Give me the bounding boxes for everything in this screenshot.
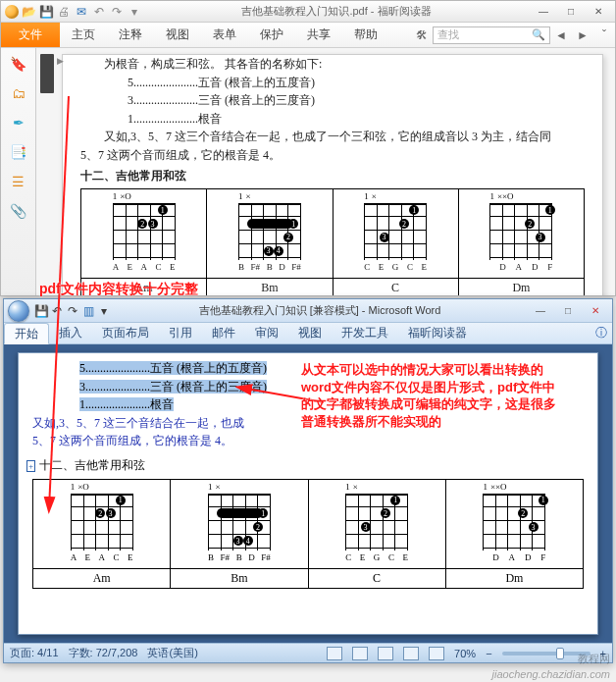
word-statusbar: 页面: 4/11 字数: 72/7,208 英语(美国) 70% − + <box>4 643 612 662</box>
watermark: 教程网 <box>578 652 610 666</box>
tab-mailings[interactable]: 邮件 <box>202 323 245 343</box>
office-orb-icon[interactable] <box>8 300 29 322</box>
selected-text[interactable]: 3......................三音 (根音上的三度音) <box>79 380 267 393</box>
signature-icon[interactable]: ✒ <box>9 113 28 132</box>
annotation-text: 从文本可以选中的情况大家可以看出转换的 word文件内容不仅仅是图片形式，pdf… <box>301 361 556 430</box>
tab-home[interactable]: 开始 <box>4 323 49 344</box>
redo-icon[interactable]: ↷ <box>109 4 125 20</box>
fretboard-icon: 123 <box>345 494 408 551</box>
chord-name: Dm <box>445 568 583 588</box>
search-icon: 🔍 <box>532 28 545 41</box>
close-button[interactable]: ✕ <box>583 303 608 319</box>
doc-line: 又如,3、5、7 这三个音结合在一起，也成了一个三和弦，它的组成音以 3 为主，… <box>80 128 585 146</box>
status-zoom[interactable]: 70% <box>454 648 476 659</box>
chord-name: Bm <box>207 279 333 295</box>
fretboard-icon: 123 <box>483 494 545 551</box>
word-window: 💾 ↶ ↷ ▥ ▾ 吉他基础教程入门知识 [兼容模式] - Microsoft … <box>3 298 613 663</box>
doc-heading: +十二、吉他常用和弦 <box>26 456 584 475</box>
doc-line: 3......................三音 (根音上的三度音) <box>80 91 585 110</box>
redo-icon[interactable]: ↷ <box>65 303 80 319</box>
doc-heading: 十二、吉他常用和弦 <box>80 167 585 185</box>
tools-icon[interactable]: 🛠 <box>411 23 433 47</box>
layers-icon[interactable]: 📑 <box>9 142 28 162</box>
tab-form[interactable]: 表单 <box>201 23 248 47</box>
undo-icon[interactable]: ↶ <box>91 4 107 20</box>
status-words[interactable]: 字数: 72/7,208 <box>69 646 138 660</box>
foxit-window-title: 吉他基础教程入门知识.pdf - 福昕阅读器 <box>142 4 531 19</box>
foxit-sidebar: 🔖 🗂 ✒ 📑 ☰ 📎 <box>1 48 36 295</box>
search-placeholder: 查找 <box>437 27 459 42</box>
selected-text[interactable]: 5......................五音 (根音上的五度音) <box>79 361 267 375</box>
open-icon[interactable]: 📂 <box>21 4 36 20</box>
view-outline-icon[interactable] <box>403 647 419 660</box>
minimize-button[interactable]: — <box>531 4 556 20</box>
prev-match-button[interactable]: ◄ <box>550 23 572 47</box>
search-input[interactable]: 查找 🔍 <box>433 26 550 44</box>
fretboard-icon: 123 <box>71 494 133 551</box>
tab-protect[interactable]: 保护 <box>248 23 295 47</box>
new-icon[interactable]: ▥ <box>80 303 96 319</box>
chord-cell-dm: 1××O 1 2 3 DADF <box>458 189 584 279</box>
collapse-ribbon-icon[interactable]: ˇ <box>593 23 615 47</box>
doc-line: 又如,3、5、7 这三个音结合在一起，也成 <box>32 416 244 430</box>
tab-view[interactable]: 视图 <box>288 323 332 343</box>
print-icon[interactable]: 🖨 <box>56 4 72 20</box>
view-web-icon[interactable] <box>378 647 393 660</box>
tab-view[interactable]: 视图 <box>154 23 201 47</box>
page-indicator <box>40 54 54 93</box>
chord-name: Bm <box>171 568 308 588</box>
selected-text[interactable]: 1......................根音 <box>79 397 174 411</box>
foxit-titlebar: 📂 💾 🖨 ✉ ↶ ↷ ▾ 吉他基础教程入门知识.pdf - 福昕阅读器 — □… <box>1 1 615 23</box>
qat-dropdown-icon[interactable]: ▾ <box>96 303 112 319</box>
view-print-icon[interactable] <box>327 647 342 660</box>
pdf-page: 为根音，构成三和弦。 其各音的名称如下: 5..................… <box>62 54 603 295</box>
chord-name: Dm <box>458 279 584 295</box>
save-icon[interactable]: 💾 <box>33 303 49 319</box>
view-draft-icon[interactable] <box>429 647 444 660</box>
foxit-window: 📂 💾 🖨 ✉ ↶ ↷ ▾ 吉他基础教程入门知识.pdf - 福昕阅读器 — □… <box>0 0 616 296</box>
maximize-button[interactable]: □ <box>558 4 584 20</box>
word-window-title: 吉他基础教程入门知识 [兼容模式] - Microsoft Word <box>112 303 528 318</box>
next-match-button[interactable]: ► <box>572 23 593 47</box>
tab-share[interactable]: 共享 <box>295 23 342 47</box>
minimize-button[interactable]: — <box>528 303 553 319</box>
tab-home[interactable]: 主页 <box>60 23 107 47</box>
email-icon[interactable]: ✉ <box>74 4 89 20</box>
tab-file[interactable]: 文件 <box>1 23 60 47</box>
status-lang[interactable]: 英语(美国) <box>147 646 197 660</box>
foxit-page-area[interactable]: 为根音，构成三和弦。 其各音的名称如下: 5..................… <box>36 48 615 295</box>
help-icon[interactable]: ⓘ <box>590 323 612 343</box>
word-ribbon: 开始 插入 页面布局 引用 邮件 审阅 视图 开发工具 福昕阅读器 ⓘ <box>4 323 612 344</box>
doc-line: 5、7 这两个音而组成，它的根音是 4。 <box>32 434 232 447</box>
maximize-button[interactable]: □ <box>555 303 581 319</box>
tab-help[interactable]: 帮助 <box>342 23 389 47</box>
tab-foxit[interactable]: 福昕阅读器 <box>398 323 477 343</box>
tab-developer[interactable]: 开发工具 <box>332 323 398 343</box>
list-icon[interactable]: ☰ <box>9 172 28 191</box>
view-read-icon[interactable] <box>352 647 368 660</box>
tab-insert[interactable]: 插入 <box>49 323 92 343</box>
chord-name: Am <box>33 568 171 588</box>
tab-comment[interactable]: 注释 <box>107 23 154 47</box>
tab-layout[interactable]: 页面布局 <box>92 323 159 343</box>
zoom-out-button[interactable]: − <box>486 648 491 659</box>
chord-cell-am: 1×O 1 2 3 AEACE <box>81 189 207 279</box>
close-button[interactable]: ✕ <box>586 4 611 20</box>
qat-dropdown-icon[interactable]: ▾ <box>127 4 142 20</box>
tab-references[interactable]: 引用 <box>159 323 202 343</box>
chord-name: C <box>308 568 445 588</box>
save-icon[interactable]: 💾 <box>38 4 54 20</box>
status-page[interactable]: 页面: 4/11 <box>10 646 59 660</box>
page-thumb-icon[interactable]: 🗂 <box>9 83 28 103</box>
tab-review[interactable]: 审阅 <box>245 323 288 343</box>
chord-table: 1×O 1 2 3 AEACE 1× <box>80 188 585 295</box>
outline-plus-icon[interactable]: + <box>26 460 35 472</box>
fretboard-icon: 1 2 3 <box>364 203 427 260</box>
attachment-icon[interactable]: 📎 <box>9 201 28 221</box>
chord-cell-bm: 1× 1 2 3 4 BF#BDF# <box>207 189 333 279</box>
bookmark-icon[interactable]: 🔖 <box>9 54 28 74</box>
word-titlebar: 💾 ↶ ↷ ▥ ▾ 吉他基础教程入门知识 [兼容模式] - Microsoft … <box>4 299 612 323</box>
chord-table: 1×O 123 AEACE 1× 1234 BF#BDF# <box>32 479 584 589</box>
undo-icon[interactable]: ↶ <box>49 303 65 319</box>
doc-line: 5、7 这两个音而组成，它的根音是 4。 <box>80 146 585 165</box>
